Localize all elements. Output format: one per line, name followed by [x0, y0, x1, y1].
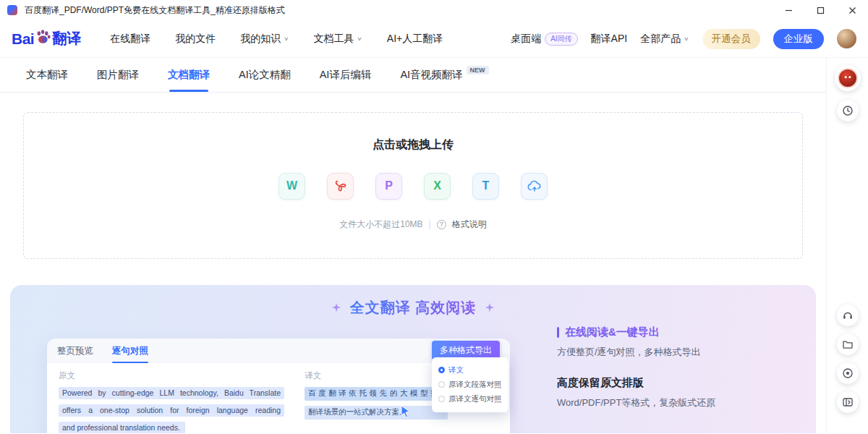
nav-desktop-label: 桌面端: [511, 33, 541, 46]
upload-dropzone[interactable]: 点击或拖拽上传 W P X T 文件大小不超过10MB | ?: [23, 112, 803, 259]
collapse-panel-icon: [842, 396, 854, 408]
option-paragraph-compare[interactable]: 原译文段落对照: [438, 378, 502, 392]
side-rail: [827, 58, 868, 433]
tab-ai-paper-translate[interactable]: AI论文精翻: [239, 58, 291, 92]
radio-icon: [438, 396, 445, 402]
main-menu: 在线翻译 我的文件 我的知识 ∨ 文档工具 ∨ AI+人工翻译: [110, 33, 467, 46]
fulltext-reading-section: 全文翻译 高效阅读 整页预览 逐句对照 多种格式导出 原文 Powered by…: [10, 285, 816, 433]
customer-service-button[interactable]: [837, 305, 859, 326]
format-help-icon: ?: [437, 220, 446, 229]
close-button[interactable]: [836, 0, 868, 20]
promo-icon[interactable]: [835, 65, 861, 91]
txt-file-icon: T: [472, 173, 499, 200]
upload-section: 点击或拖拽上传 W P X T 文件大小不超过10MB | ?: [0, 93, 826, 285]
tab-ai-audio-video[interactable]: AI音视频翻译 NEW: [400, 58, 488, 92]
feature-bullets: 在线阅读&一键导出 方便整页/逐句对照，多种格式导出 高度保留原文排版 Word…: [557, 326, 715, 427]
source-label: 原文: [59, 370, 284, 381]
export-dropdown: 译文 原译文段落对照 原译文逐句对照: [432, 357, 509, 412]
app-icon: [7, 5, 17, 15]
tab-text-translate[interactable]: 文本翻译: [26, 58, 68, 92]
clock-icon: [842, 105, 854, 116]
upload-title: 点击或拖拽上传: [373, 137, 454, 153]
collapse-sidebar-button[interactable]: [837, 391, 859, 413]
tab-ai-audio-video-label: AI音视频翻译: [400, 68, 462, 82]
nav-all-products[interactable]: 全部产品 ∨: [640, 33, 689, 46]
section-title: 全文翻译 高效阅读: [350, 298, 477, 318]
tab-sentence-compare[interactable]: 逐句对照: [112, 339, 148, 363]
target-line: 翻译场景的一站式解决方案。: [305, 406, 448, 420]
maximize-button[interactable]: [804, 0, 836, 20]
cloud-upload-icon: [521, 173, 548, 200]
size-hint: 文件大小不超过10MB: [339, 218, 422, 231]
navbar-right: 桌面端 AI同传 翻译API 全部产品 ∨ 开通会员 企业版: [511, 29, 856, 49]
tab-document-translate[interactable]: 文档翻译: [168, 58, 210, 92]
vip-button[interactable]: 开通会员: [702, 29, 760, 49]
nav-online-translate[interactable]: 在线翻译: [110, 33, 150, 46]
headset-icon: [842, 310, 854, 321]
nav-doc-tools-label: 文档工具: [314, 33, 354, 46]
folder-icon: [842, 339, 854, 350]
option-label: 译文: [448, 365, 464, 375]
baidu-translate-logo[interactable]: Bai 翻译: [12, 29, 81, 48]
pdf-file-icon: [327, 173, 354, 200]
logo-text-fanyi: 翻译: [52, 29, 81, 48]
window-titlebar: 百度翻译_PDF/Word/PPT免费在线文档翻译工具_精准还原排版格式: [0, 0, 868, 20]
radio-icon: [438, 381, 445, 388]
nav-all-products-label: 全部产品: [640, 33, 681, 46]
tab-image-translate[interactable]: 图片翻译: [97, 58, 139, 92]
user-avatar[interactable]: [837, 29, 856, 48]
option-sentence-compare[interactable]: 原译文逐句对照: [438, 392, 502, 407]
mouse-cursor-icon: [400, 405, 412, 418]
files-button[interactable]: [837, 333, 859, 355]
bullet-online-reading: 在线阅读&一键导出 方便整页/逐句对照，多种格式导出: [557, 326, 715, 359]
option-label: 原译文段落对照: [448, 380, 502, 390]
nav-my-knowledge[interactable]: 我的知识 ∨: [240, 33, 289, 46]
translate-mode-tabs: 文本翻译 图片翻译 文档翻译 AI论文精翻 AI译后编辑 AI音视频翻译 NEW: [0, 58, 826, 93]
accent-bar: [557, 327, 559, 338]
tab-full-page-preview[interactable]: 整页预览: [57, 339, 93, 363]
record-icon: [842, 367, 854, 379]
excel-file-icon: X: [424, 173, 451, 200]
upload-hint-row: 文件大小不超过10MB | ? 格式说明: [339, 218, 486, 231]
source-line: and professional translation needs.: [59, 422, 185, 433]
bullet-title: 高度保留原文排版: [557, 376, 644, 390]
source-column: 原文 Powered by cutting-edge LLM technolog…: [59, 370, 284, 433]
bullet-desc: 方便整页/逐句对照，多种格式导出: [557, 346, 715, 359]
file-type-row: W P X T: [278, 173, 548, 200]
source-line: Powered by cutting-edge LLM technology, …: [59, 387, 284, 399]
bullet-desc: Word/PDF/PPT等格式，复杂版式还原: [557, 396, 715, 409]
caret-down-icon: ∨: [684, 35, 689, 41]
window-title: 百度翻译_PDF/Word/PPT免费在线文档翻译工具_精准还原排版格式: [25, 4, 285, 17]
bullet-layout-preserve: 高度保留原文排版 Word/PDF/PPT等格式，复杂版式还原: [557, 376, 715, 409]
new-badge: NEW: [467, 66, 489, 75]
bullet-title: 在线阅读&一键导出: [565, 326, 660, 339]
top-navbar: Bai 翻译 在线翻译 我的文件 我的知识 ∨ 文档工具 ∨ AI+人工翻译 桌…: [0, 20, 868, 58]
ai-simul-badge: AI同传: [545, 33, 577, 46]
record-button[interactable]: [837, 362, 859, 384]
option-label: 原译文逐句对照: [448, 394, 502, 404]
nav-ai-human-translate[interactable]: AI+人工翻译: [387, 33, 443, 46]
logo-text-bai: Bai: [12, 30, 34, 48]
ppt-file-icon: P: [375, 173, 402, 200]
word-file-icon: W: [278, 173, 305, 200]
preview-card: 整页预览 逐句对照 多种格式导出 原文 Powered by cutting-e…: [47, 339, 510, 433]
caret-down-icon: ∨: [357, 35, 362, 41]
promo-logo: [838, 68, 858, 88]
nav-translate-api[interactable]: 翻译API: [591, 33, 628, 46]
nav-desktop-app[interactable]: 桌面端 AI同传: [511, 33, 577, 46]
minimize-button[interactable]: [773, 0, 804, 20]
option-target-only[interactable]: 译文: [438, 363, 502, 378]
history-button[interactable]: [837, 100, 859, 122]
paw-icon: [35, 29, 51, 44]
enterprise-button[interactable]: 企业版: [773, 29, 825, 49]
format-help-link[interactable]: 格式说明: [452, 218, 487, 231]
nav-my-files[interactable]: 我的文件: [175, 33, 216, 46]
hint-divider: |: [429, 219, 431, 229]
nav-doc-tools[interactable]: 文档工具 ∨: [314, 33, 362, 46]
sparkle-icon: [485, 302, 495, 312]
caret-down-icon: ∨: [284, 35, 289, 41]
tab-ai-post-edit[interactable]: AI译后编辑: [320, 58, 372, 92]
sparkle-icon: [331, 302, 341, 312]
source-line: offers a one-stop solution for foreign l…: [59, 404, 284, 417]
nav-my-knowledge-label: 我的知识: [240, 33, 281, 46]
